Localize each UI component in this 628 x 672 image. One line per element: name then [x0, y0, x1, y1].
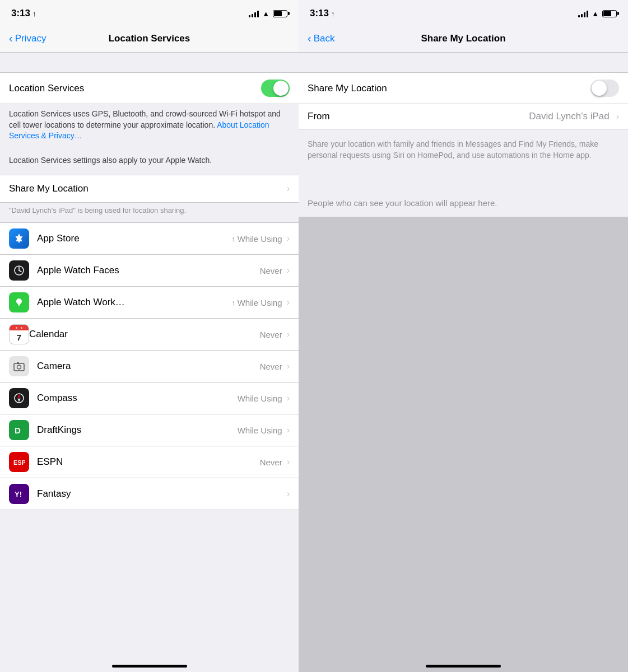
svg-marker-7 [18, 394, 21, 398]
list-item-draftkings[interactable]: D DraftKings While Using › [0, 414, 299, 446]
watch-workout-name: Apple Watch Work… [37, 297, 231, 308]
calendar-dot-1 [16, 327, 17, 329]
right-home-indicator [299, 653, 628, 672]
calendar-chevron: › [287, 329, 290, 339]
left-time: 3:13 ↑ [11, 8, 36, 19]
toggle-knob [273, 81, 289, 96]
share-my-location-label: Share My Location [9, 183, 89, 194]
from-value-container: David Lynch's iPad › [529, 111, 619, 122]
location-services-toggle[interactable] [261, 80, 290, 97]
watch-faces-name: Apple Watch Faces [37, 265, 260, 276]
camera-icon [9, 356, 29, 376]
appstore-location-arrow: ↑ [231, 235, 235, 243]
calendar-name: Calendar [29, 329, 260, 340]
right-back-button[interactable]: ‹ Back [308, 33, 334, 44]
left-top-gap [0, 53, 299, 72]
appstore-permission-label: While Using [238, 234, 282, 244]
espn-icon: ESPN [9, 452, 29, 472]
camera-name: Camera [37, 361, 260, 372]
draftkings-permission-label: While Using [238, 426, 282, 435]
right-signal-icon [578, 10, 588, 17]
share-my-location-item[interactable]: Share My Location › [0, 175, 299, 202]
espn-name: ESPN [37, 456, 260, 468]
description-text-2: Location Services settings also apply to… [9, 156, 212, 165]
left-nav-bar: ‹ Privacy Location Services [0, 25, 299, 53]
signal-icon [249, 10, 259, 17]
calendar-icon-top [10, 325, 29, 330]
right-time: 3:13 ↑ [310, 8, 335, 19]
battery-icon [273, 10, 287, 17]
watch-workout-location-arrow: ↑ [231, 298, 235, 307]
share-my-location-section: Share My Location › [0, 175, 299, 203]
wifi-icon: ▲ [262, 10, 269, 18]
location-arrow-icon: ↑ [32, 10, 36, 18]
people-placeholder: People who can see your location will ap… [299, 189, 628, 217]
right-back-chevron-icon: ‹ [308, 32, 311, 44]
signal-bar-2 [252, 14, 253, 17]
espn-chevron: › [287, 457, 290, 467]
list-item-compass[interactable]: Compass While Using › [0, 382, 299, 414]
right-share-location-toggle[interactable] [590, 80, 619, 97]
right-back-label: Back [314, 33, 335, 44]
calendar-permission-label: Never [260, 330, 282, 339]
right-nav-title: Share My Location [421, 33, 505, 44]
left-panel: 3:13 ↑ ▲ ‹ Privacy Location Services [0, 0, 299, 672]
watch-workout-icon [9, 292, 29, 312]
left-nav-title: Location Services [109, 33, 190, 44]
from-chevron: › [616, 111, 619, 122]
right-status-icons: ▲ [578, 10, 617, 18]
right-wifi-icon: ▲ [592, 10, 599, 18]
from-device-name: David Lynch's iPad [529, 111, 609, 122]
list-item-calendar[interactable]: 7 Calendar Never › [0, 319, 299, 351]
right-home-bar [426, 665, 501, 668]
svg-marker-8 [18, 398, 21, 402]
calendar-dot-2 [21, 327, 22, 329]
svg-line-2 [19, 270, 21, 272]
right-battery-icon [602, 10, 617, 17]
calendar-icon-dots [16, 327, 22, 329]
draftkings-chevron: › [287, 425, 290, 435]
list-item-camera[interactable]: Camera Never › [0, 351, 299, 382]
right-gray-area [299, 217, 628, 653]
list-item-watch-faces[interactable]: Apple Watch Faces Never › [0, 255, 299, 287]
fantasy-chevron: › [287, 489, 290, 499]
watch-faces-permission: Never [260, 266, 282, 276]
right-panel: 3:13 ↑ ▲ ‹ Back Share My Location Sh [299, 0, 628, 672]
svg-rect-3 [14, 363, 24, 371]
compass-icon [9, 388, 29, 408]
right-battery-fill [603, 11, 611, 16]
right-share-location-toggle-row: Share My Location [299, 73, 628, 104]
appstore-icon [9, 228, 29, 249]
svg-text:D: D [15, 426, 21, 435]
list-item-espn[interactable]: ESPN ESPN Never › [0, 446, 299, 478]
location-services-description: Location Services uses GPS, Bluetooth, a… [0, 104, 299, 151]
camera-permission: Never [260, 362, 282, 371]
left-status-bar: 3:13 ↑ ▲ [0, 0, 299, 25]
calendar-permission: Never [260, 330, 282, 339]
left-home-indicator [0, 653, 299, 672]
watch-workout-permission: ↑ While Using [231, 298, 282, 307]
svg-point-4 [17, 365, 21, 369]
time-text: 3:13 [11, 8, 30, 19]
svg-text:Y!: Y! [15, 490, 22, 498]
from-row[interactable]: From David Lynch's iPad › [299, 104, 628, 129]
compass-name: Compass [37, 393, 238, 404]
list-item-watch-workout[interactable]: Apple Watch Work… ↑ While Using › [0, 287, 299, 319]
appstore-name: App Store [37, 233, 231, 244]
right-top-gap [299, 53, 628, 72]
fantasy-name: Fantasy [37, 488, 282, 500]
watch-faces-icon [9, 260, 29, 281]
appstore-chevron: › [287, 234, 290, 244]
list-item-appstore[interactable]: App Store ↑ While Using › [0, 223, 299, 255]
share-my-location-note: "David Lynch's iPad" is being used for l… [0, 203, 299, 222]
camera-chevron: › [287, 361, 290, 371]
svg-text:ESPN: ESPN [13, 459, 25, 466]
calendar-icon-date: 7 [17, 330, 21, 344]
left-back-button[interactable]: ‹ Privacy [9, 33, 46, 44]
list-item-fantasy[interactable]: Y! Fantasy › [0, 478, 299, 510]
share-my-location-chevron: › [287, 184, 290, 194]
battery-fill [274, 11, 282, 16]
right-time-text: 3:13 [310, 8, 329, 19]
left-home-bar [112, 665, 187, 668]
svg-rect-5 [17, 362, 19, 364]
